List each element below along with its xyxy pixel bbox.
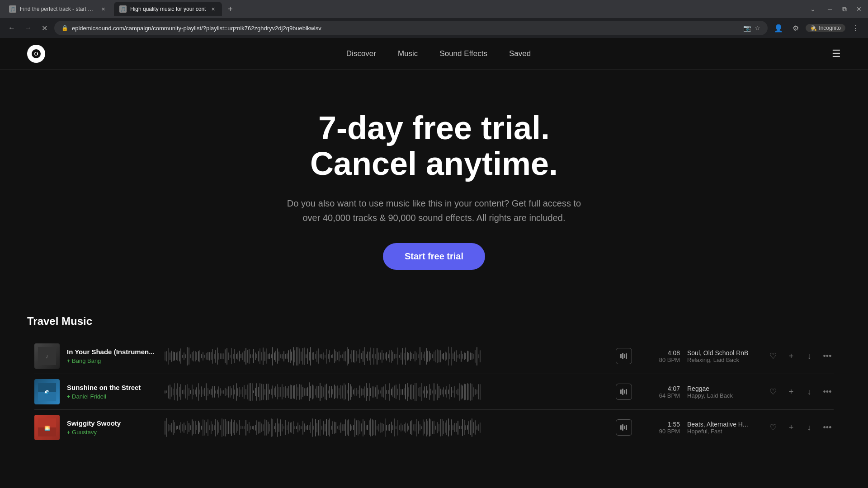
new-tab-button[interactable]: +: [224, 3, 236, 15]
track-row[interactable]: 🌅 Swiggity Swooty Guustavy 1:55 90 BPM B…: [27, 410, 841, 445]
nav-sound-effects[interactable]: Sound Effects: [439, 49, 487, 58]
nav-music[interactable]: Music: [398, 49, 418, 58]
browser-menu-button[interactable]: ⋮: [848, 21, 863, 35]
reload-button[interactable]: ✕: [38, 22, 51, 34]
minimize-button[interactable]: ─: [825, 4, 835, 14]
playlist-title: Travel Music: [27, 315, 841, 328]
track-1-info: In Your Shade (Instrumen... Bang Bang: [67, 348, 157, 364]
svg-rect-5: [624, 354, 625, 358]
tab-2-title: High quality music for your cont: [130, 6, 206, 12]
close-window-button[interactable]: ✕: [854, 4, 864, 14]
track-3-tags: Beats, Alternative H... Hopeful, Fast: [687, 421, 760, 435]
address-bar-icons: 📷 ☆: [743, 24, 760, 32]
browser-tab-2[interactable]: 🎵 High quality music for your cont ✕: [114, 2, 222, 16]
svg-rect-6: [626, 353, 627, 359]
address-bar-row: ← → ✕ 🔒 epidemicsound.com/campaign/commu…: [0, 18, 868, 38]
track-3-duration: 1:55: [639, 421, 680, 428]
tab-1-close[interactable]: ✕: [99, 5, 107, 13]
browser-right-icons: 👤 ⚙ 🕵 Incognito ⋮: [771, 21, 863, 35]
start-free-trial-button[interactable]: Start free trial: [383, 243, 485, 270]
tab-2-favicon: 🎵: [119, 5, 127, 13]
tab-bar: 🎵 Find the perfect track - start sou ✕ 🎵…: [0, 0, 868, 18]
hero-title-line2: Cancel anytime.: [310, 145, 558, 182]
track-2-tags-line1: Reggae: [687, 385, 760, 392]
nav-saved[interactable]: Saved: [509, 49, 531, 58]
track-3-thumbnail: 🌅: [34, 415, 60, 440]
track-2-meta: 4:07 64 BPM: [639, 385, 680, 399]
track-row[interactable]: 🌊 Sunshine on the Street Daniel Fridell …: [27, 374, 841, 409]
track-3-like-button[interactable]: ♡: [767, 421, 779, 434]
tab-1-favicon: 🎵: [9, 5, 16, 13]
track-1-actions: ♡ + ↓ •••: [767, 350, 834, 362]
site-nav: Discover Music Sound Effects Saved ☰: [0, 38, 868, 70]
track-1-like-button[interactable]: ♡: [767, 350, 779, 362]
track-1-thumbnail: ♪: [34, 343, 60, 369]
track-1-waveform[interactable]: [165, 345, 609, 367]
track-2-stem-button[interactable]: [616, 384, 632, 400]
track-2-download-button[interactable]: ↓: [803, 385, 816, 398]
tab-list-button[interactable]: ⌄: [807, 4, 819, 14]
track-3-add-button[interactable]: +: [785, 421, 797, 434]
tab-2-close[interactable]: ✕: [209, 5, 217, 13]
back-button[interactable]: ←: [5, 22, 18, 34]
track-3-meta: 1:55 90 BPM: [639, 421, 680, 435]
track-1-stem-button[interactable]: [616, 348, 632, 364]
track-3-actions: ♡ + ↓ •••: [767, 421, 834, 434]
track-1-meta: 4:08 80 BPM: [639, 349, 680, 363]
track-1-duration: 4:08: [639, 349, 680, 357]
track-2-duration: 4:07: [639, 385, 680, 392]
track-2-tags: Reggae Happy, Laid Back: [687, 385, 760, 399]
star-icon[interactable]: ☆: [755, 24, 760, 32]
hamburger-menu-button[interactable]: ☰: [832, 48, 841, 60]
camera-icon: 📷: [743, 24, 751, 32]
forward-button[interactable]: →: [22, 22, 34, 34]
track-3-info: Swiggity Swooty Guustavy: [67, 419, 157, 436]
svg-rect-17: [620, 425, 622, 430]
track-1-add-button[interactable]: +: [785, 350, 797, 362]
track-2-thumbnail: 🌊: [34, 379, 60, 404]
track-3-tags-line1: Beats, Alternative H...: [687, 421, 760, 428]
svg-text:🌊: 🌊: [44, 389, 50, 395]
track-3-name: Swiggity Swooty: [67, 419, 157, 427]
window-controls: ─ ⧉ ✕: [825, 4, 864, 14]
track-3-waveform[interactable]: [165, 417, 609, 438]
track-1-tags-line1: Soul, Old School RnB: [687, 349, 760, 357]
profile-switcher-button[interactable]: 👤: [771, 21, 786, 35]
track-2-bpm: 64 BPM: [639, 392, 680, 399]
svg-rect-4: [622, 353, 623, 359]
track-3-download-button[interactable]: ↓: [803, 421, 816, 434]
track-1-tags-line2: Relaxing, Laid Back: [687, 357, 760, 363]
track-2-like-button[interactable]: ♡: [767, 385, 779, 398]
track-2-waveform[interactable]: [165, 381, 609, 403]
maximize-button[interactable]: ⧉: [839, 4, 850, 14]
nav-links: Discover Music Sound Effects Saved: [346, 49, 531, 58]
svg-rect-13: [626, 389, 627, 394]
hero-subtitle: Do you also want to use music like this …: [285, 196, 583, 225]
track-2-name: Sunshine on the Street: [67, 384, 157, 391]
hero-section: 7-day free trial. Cancel anytime. Do you…: [0, 70, 868, 297]
track-1-artist: Bang Bang: [67, 357, 157, 364]
track-row[interactable]: ♪ In Your Shade (Instrumen... Bang Bang …: [27, 338, 841, 374]
address-bar[interactable]: 🔒 epidemicsound.com/campaign/community-p…: [54, 21, 768, 35]
extensions-button[interactable]: ⚙: [788, 21, 803, 35]
track-2-info: Sunshine on the Street Daniel Fridell: [67, 384, 157, 400]
track-2-more-button[interactable]: •••: [821, 385, 834, 398]
track-3-more-button[interactable]: •••: [821, 421, 834, 434]
svg-rect-19: [624, 426, 625, 429]
track-1-tags: Soul, Old School RnB Relaxing, Laid Back: [687, 349, 760, 363]
track-3-stem-button[interactable]: [616, 419, 632, 436]
nav-discover[interactable]: Discover: [346, 49, 376, 58]
site-logo[interactable]: [27, 45, 45, 63]
svg-rect-11: [622, 389, 623, 395]
track-2-actions: ♡ + ↓ •••: [767, 385, 834, 398]
browser-tab-1[interactable]: 🎵 Find the perfect track - start sou ✕: [4, 2, 112, 16]
track-1-download-button[interactable]: ↓: [803, 350, 816, 362]
track-1-more-button[interactable]: •••: [821, 350, 834, 362]
tab-1-title: Find the perfect track - start sou: [20, 6, 96, 12]
address-text: epidemicsound.com/campaign/community-pla…: [72, 25, 740, 32]
track-3-tags-line2: Hopeful, Fast: [687, 428, 760, 435]
svg-rect-20: [626, 425, 627, 430]
playlist-section: Travel Music ♪ In Your Shade (Instrumen.…: [0, 297, 868, 445]
svg-rect-18: [622, 424, 623, 431]
track-2-add-button[interactable]: +: [785, 385, 797, 398]
